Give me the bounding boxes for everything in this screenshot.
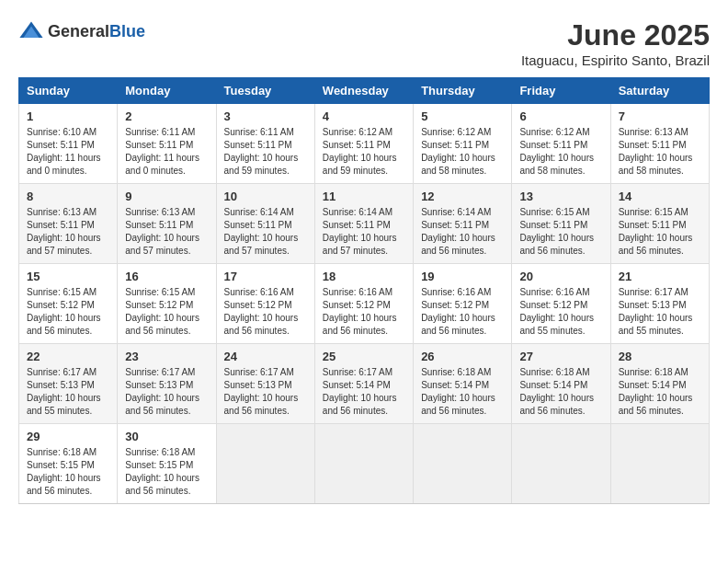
calendar-week-5: 29Sunrise: 6:18 AMSunset: 5:15 PMDayligh… xyxy=(19,424,710,504)
calendar-cell: 27Sunrise: 6:18 AMSunset: 5:14 PMDayligh… xyxy=(512,344,610,424)
day-number: 10 xyxy=(224,190,307,203)
calendar-header-sunday: Sunday xyxy=(19,78,118,104)
calendar-cell: 24Sunrise: 6:17 AMSunset: 5:13 PMDayligh… xyxy=(216,344,314,424)
calendar-cell: 1Sunrise: 6:10 AMSunset: 5:11 PMDaylight… xyxy=(19,104,118,184)
calendar-cell xyxy=(610,424,709,504)
day-number: 9 xyxy=(125,190,208,203)
calendar-cell: 19Sunrise: 6:16 AMSunset: 5:12 PMDayligh… xyxy=(414,264,512,344)
calendar-cell: 16Sunrise: 6:15 AMSunset: 5:12 PMDayligh… xyxy=(118,264,216,344)
logo-general: General xyxy=(48,22,109,40)
day-info: Sunrise: 6:18 AMSunset: 5:14 PMDaylight:… xyxy=(421,366,504,418)
location-title: Itaguacu, Espirito Santo, Brazil xyxy=(521,52,710,68)
calendar-cell: 18Sunrise: 6:16 AMSunset: 5:12 PMDayligh… xyxy=(314,264,413,344)
calendar-cell: 6Sunrise: 6:12 AMSunset: 5:11 PMDaylight… xyxy=(512,104,610,184)
day-info: Sunrise: 6:15 AMSunset: 5:11 PMDaylight:… xyxy=(619,206,701,258)
calendar-cell: 17Sunrise: 6:16 AMSunset: 5:12 PMDayligh… xyxy=(216,264,314,344)
day-number: 1 xyxy=(27,109,109,123)
day-number: 17 xyxy=(224,270,307,283)
calendar-cell: 8Sunrise: 6:13 AMSunset: 5:11 PMDaylight… xyxy=(19,184,118,264)
day-info: Sunrise: 6:12 AMSunset: 5:11 PMDaylight:… xyxy=(421,126,504,178)
day-info: Sunrise: 6:13 AMSunset: 5:11 PMDaylight:… xyxy=(27,206,109,258)
day-number: 3 xyxy=(224,109,307,123)
calendar-cell xyxy=(314,424,413,504)
calendar-body: 1Sunrise: 6:10 AMSunset: 5:11 PMDaylight… xyxy=(19,104,710,504)
calendar-header-tuesday: Tuesday xyxy=(216,78,314,104)
day-info: Sunrise: 6:17 AMSunset: 5:14 PMDaylight:… xyxy=(323,366,405,418)
day-info: Sunrise: 6:16 AMSunset: 5:12 PMDaylight:… xyxy=(421,286,504,338)
day-number: 5 xyxy=(421,109,504,123)
day-number: 7 xyxy=(619,109,701,123)
calendar-cell: 7Sunrise: 6:13 AMSunset: 5:11 PMDaylight… xyxy=(610,104,709,184)
day-info: Sunrise: 6:15 AMSunset: 5:11 PMDaylight:… xyxy=(519,206,602,258)
calendar-cell: 3Sunrise: 6:11 AMSunset: 5:11 PMDaylight… xyxy=(216,104,314,184)
day-number: 19 xyxy=(421,270,504,283)
day-info: Sunrise: 6:12 AMSunset: 5:11 PMDaylight:… xyxy=(519,126,602,178)
day-info: Sunrise: 6:14 AMSunset: 5:11 PMDaylight:… xyxy=(224,206,307,258)
day-number: 30 xyxy=(125,430,208,443)
calendar-week-1: 1Sunrise: 6:10 AMSunset: 5:11 PMDaylight… xyxy=(19,104,710,184)
calendar-cell: 20Sunrise: 6:16 AMSunset: 5:12 PMDayligh… xyxy=(512,264,610,344)
day-number: 25 xyxy=(323,350,405,363)
day-number: 11 xyxy=(323,190,405,203)
calendar-cell: 22Sunrise: 6:17 AMSunset: 5:13 PMDayligh… xyxy=(19,344,118,424)
calendar-cell xyxy=(512,424,610,504)
day-number: 15 xyxy=(27,270,109,283)
day-number: 8 xyxy=(27,190,109,203)
day-info: Sunrise: 6:15 AMSunset: 5:12 PMDaylight:… xyxy=(27,286,109,338)
calendar-header-monday: Monday xyxy=(118,78,216,104)
calendar-week-3: 15Sunrise: 6:15 AMSunset: 5:12 PMDayligh… xyxy=(19,264,710,344)
day-number: 2 xyxy=(125,109,208,123)
calendar-cell: 30Sunrise: 6:18 AMSunset: 5:15 PMDayligh… xyxy=(118,424,216,504)
day-number: 12 xyxy=(421,190,504,203)
day-info: Sunrise: 6:15 AMSunset: 5:12 PMDaylight:… xyxy=(125,286,208,338)
calendar-week-4: 22Sunrise: 6:17 AMSunset: 5:13 PMDayligh… xyxy=(19,344,710,424)
calendar-cell: 23Sunrise: 6:17 AMSunset: 5:13 PMDayligh… xyxy=(118,344,216,424)
day-number: 6 xyxy=(519,109,602,123)
calendar-week-2: 8Sunrise: 6:13 AMSunset: 5:11 PMDaylight… xyxy=(19,184,710,264)
day-info: Sunrise: 6:11 AMSunset: 5:11 PMDaylight:… xyxy=(224,126,307,178)
day-number: 22 xyxy=(27,350,109,363)
calendar-cell: 4Sunrise: 6:12 AMSunset: 5:11 PMDaylight… xyxy=(314,104,413,184)
day-info: Sunrise: 6:14 AMSunset: 5:11 PMDaylight:… xyxy=(421,206,504,258)
day-number: 26 xyxy=(421,350,504,363)
calendar-table: SundayMondayTuesdayWednesdayThursdayFrid… xyxy=(18,77,710,504)
page-header: GeneralBlue June 2025 Itaguacu, Espirito… xyxy=(18,18,710,68)
calendar-cell: 2Sunrise: 6:11 AMSunset: 5:11 PMDaylight… xyxy=(118,104,216,184)
day-info: Sunrise: 6:17 AMSunset: 5:13 PMDaylight:… xyxy=(619,286,701,338)
day-info: Sunrise: 6:16 AMSunset: 5:12 PMDaylight:… xyxy=(224,286,307,338)
logo-icon xyxy=(18,18,44,44)
day-info: Sunrise: 6:17 AMSunset: 5:13 PMDaylight:… xyxy=(27,366,109,418)
calendar-cell: 5Sunrise: 6:12 AMSunset: 5:11 PMDaylight… xyxy=(414,104,512,184)
day-info: Sunrise: 6:13 AMSunset: 5:11 PMDaylight:… xyxy=(125,206,208,258)
title-area: June 2025 Itaguacu, Espirito Santo, Braz… xyxy=(521,18,710,68)
calendar-cell: 13Sunrise: 6:15 AMSunset: 5:11 PMDayligh… xyxy=(512,184,610,264)
calendar-cell: 21Sunrise: 6:17 AMSunset: 5:13 PMDayligh… xyxy=(610,264,709,344)
day-number: 4 xyxy=(323,109,405,123)
calendar-cell: 28Sunrise: 6:18 AMSunset: 5:14 PMDayligh… xyxy=(610,344,709,424)
day-number: 29 xyxy=(27,430,109,443)
day-info: Sunrise: 6:17 AMSunset: 5:13 PMDaylight:… xyxy=(125,366,208,418)
day-info: Sunrise: 6:18 AMSunset: 5:14 PMDaylight:… xyxy=(619,366,701,418)
day-number: 14 xyxy=(619,190,701,203)
calendar-cell: 10Sunrise: 6:14 AMSunset: 5:11 PMDayligh… xyxy=(216,184,314,264)
calendar-cell: 26Sunrise: 6:18 AMSunset: 5:14 PMDayligh… xyxy=(414,344,512,424)
day-info: Sunrise: 6:10 AMSunset: 5:11 PMDaylight:… xyxy=(27,126,109,178)
day-number: 18 xyxy=(323,270,405,283)
day-info: Sunrise: 6:16 AMSunset: 5:12 PMDaylight:… xyxy=(323,286,405,338)
day-info: Sunrise: 6:16 AMSunset: 5:12 PMDaylight:… xyxy=(519,286,602,338)
day-info: Sunrise: 6:18 AMSunset: 5:14 PMDaylight:… xyxy=(519,366,602,418)
logo-blue: Blue xyxy=(109,22,145,40)
calendar-header-saturday: Saturday xyxy=(610,78,709,104)
calendar-cell: 11Sunrise: 6:14 AMSunset: 5:11 PMDayligh… xyxy=(314,184,413,264)
day-number: 21 xyxy=(619,270,701,283)
day-number: 16 xyxy=(125,270,208,283)
calendar-cell: 29Sunrise: 6:18 AMSunset: 5:15 PMDayligh… xyxy=(19,424,118,504)
calendar-header-wednesday: Wednesday xyxy=(314,78,413,104)
day-number: 24 xyxy=(224,350,307,363)
calendar-cell: 25Sunrise: 6:17 AMSunset: 5:14 PMDayligh… xyxy=(314,344,413,424)
calendar-cell: 12Sunrise: 6:14 AMSunset: 5:11 PMDayligh… xyxy=(414,184,512,264)
day-info: Sunrise: 6:12 AMSunset: 5:11 PMDaylight:… xyxy=(323,126,405,178)
calendar-cell: 9Sunrise: 6:13 AMSunset: 5:11 PMDaylight… xyxy=(118,184,216,264)
day-number: 13 xyxy=(519,190,602,203)
calendar-header-friday: Friday xyxy=(512,78,610,104)
